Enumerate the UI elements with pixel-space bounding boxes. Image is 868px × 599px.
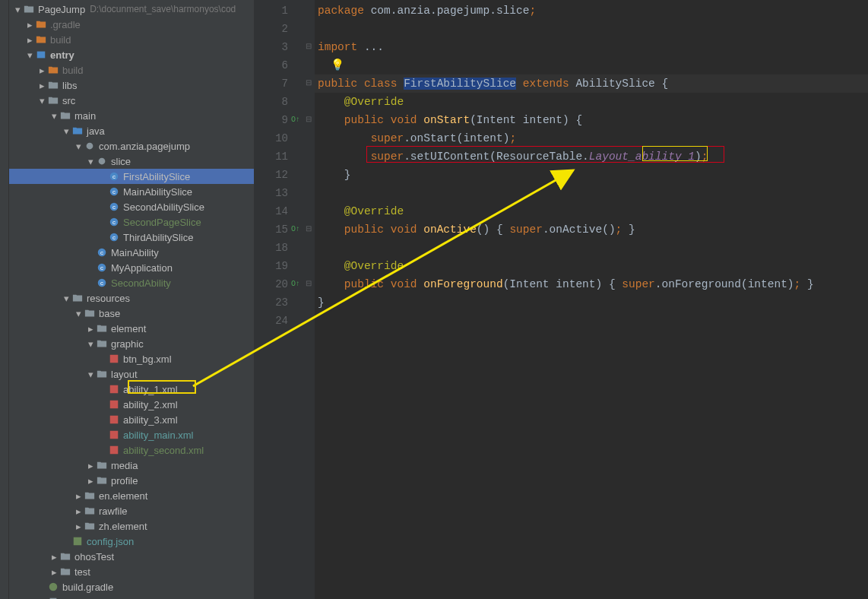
- tree-item-profile[interactable]: ▸profile: [9, 473, 254, 488]
- chevron-icon[interactable]: ▸: [73, 506, 84, 517]
- tree-item-layout[interactable]: ▾layout: [9, 366, 254, 382]
- chevron-icon[interactable]: ▾: [85, 369, 96, 380]
- chevron-icon[interactable]: ▸: [85, 460, 96, 471]
- tree-item-src[interactable]: ▾src: [9, 93, 254, 108]
- tree-label: resources: [87, 293, 130, 304]
- code-editor[interactable]: 1236789O↑101112131415O↑181920O↑2324 ⊟⊟⊟⊟…: [254, 0, 868, 599]
- override-gutter-icon[interactable]: O↑: [291, 111, 300, 129]
- tree-item-mainabilityslice[interactable]: cMainAbilitySlice: [9, 184, 254, 199]
- override-gutter-icon[interactable]: O↑: [291, 275, 300, 293]
- fold-marker[interactable]: [303, 182, 314, 201]
- code-body[interactable]: package com.anzia.pagejump.slice; import…: [315, 0, 868, 599]
- tree-item-thirdabilityslice[interactable]: cThirdAbilitySlice: [9, 230, 254, 245]
- tool-window-bar[interactable]: [0, 0, 9, 599]
- class-icon: c: [96, 246, 108, 258]
- tree-item-en-element[interactable]: ▸en.element: [9, 488, 254, 503]
- tree-item-entry[interactable]: ▾entry: [9, 47, 254, 62]
- fold-marker[interactable]: ⊟: [303, 109, 314, 128]
- chevron-icon[interactable]: ▸: [85, 475, 96, 486]
- tree-item-media[interactable]: ▸media: [9, 458, 254, 473]
- fold-marker[interactable]: [303, 91, 314, 109]
- fold-marker[interactable]: [303, 292, 314, 310]
- chevron-icon[interactable]: ▸: [49, 566, 59, 578]
- tree-item-build-gradle[interactable]: build.gradle: [9, 579, 254, 594]
- tree-item-proguard-rules-pro[interactable]: proguard-rules.pro: [9, 594, 254, 599]
- tree-item-slice[interactable]: ▾slice: [9, 154, 254, 169]
- chevron-icon[interactable]: ▸: [73, 521, 84, 532]
- fold-marker[interactable]: [303, 237, 314, 255]
- project-tree-panel[interactable]: ▾PageJumpD:\docunment_save\harmonyos\cod…: [9, 0, 254, 599]
- tree-item-com-anzia-pagejump[interactable]: ▾com.anzia.pagejump: [9, 138, 254, 154]
- tree-item--gradle[interactable]: ▸.gradle: [9, 17, 254, 32]
- chevron-icon[interactable]: ▸: [73, 490, 84, 502]
- tree-item-btn-bg-xml[interactable]: btn_bg.xml: [9, 351, 254, 366]
- intention-bulb-icon[interactable]: 💡: [331, 59, 344, 71]
- tree-item-ability-second-xml[interactable]: ability_second.xml: [9, 442, 254, 458]
- chevron-icon[interactable]: ▸: [49, 551, 59, 563]
- tree-item-ohostest[interactable]: ▸ohosTest: [9, 549, 254, 564]
- tree-item-libs[interactable]: ▸libs: [9, 78, 254, 93]
- tree-item-element[interactable]: ▸element: [9, 321, 254, 336]
- chevron-icon[interactable]: ▸: [24, 19, 35, 30]
- tree-item-config-json[interactable]: config.json: [9, 534, 254, 549]
- chevron-icon[interactable]: ▾: [49, 110, 59, 122]
- tree-item-ability-3-xml[interactable]: ability_3.xml: [9, 412, 254, 427]
- tree-item-base[interactable]: ▾base: [9, 306, 254, 321]
- chevron-icon[interactable]: ▸: [24, 34, 35, 46]
- chevron-icon[interactable]: ▾: [73, 308, 84, 319]
- fold-marker[interactable]: [303, 255, 314, 274]
- tree-label: build.gradle: [62, 582, 113, 593]
- fold-marker[interactable]: ⊟: [303, 219, 314, 237]
- fold-marker[interactable]: [303, 146, 314, 164]
- tree-item-zh-element[interactable]: ▸zh.element: [9, 518, 254, 534]
- tree-item-secondabilityslice[interactable]: cSecondAbilitySlice: [9, 199, 254, 214]
- chevron-icon[interactable]: ▾: [61, 125, 71, 137]
- fold-marker[interactable]: [303, 201, 314, 219]
- chevron-icon[interactable]: ▸: [36, 80, 47, 91]
- tree-item-firstabilityslice[interactable]: cFirstAbilitySlice: [9, 169, 254, 184]
- fold-marker[interactable]: [303, 310, 314, 328]
- chevron-icon[interactable]: ▾: [61, 293, 71, 304]
- fold-marker[interactable]: [303, 55, 314, 73]
- fold-marker[interactable]: ⊟: [303, 36, 314, 55]
- tree-label: ability_second.xml: [123, 445, 204, 456]
- tree-item-main[interactable]: ▾main: [9, 108, 254, 123]
- tree-item-graphic[interactable]: ▾graphic: [9, 336, 254, 351]
- fold-marker[interactable]: ⊟: [303, 274, 314, 292]
- tree-item-secondability[interactable]: cSecondAbility: [9, 275, 254, 290]
- tree-item-build[interactable]: ▸build: [9, 32, 254, 47]
- tree-item-test[interactable]: ▸test: [9, 564, 254, 579]
- folder-orange-icon: [47, 64, 59, 76]
- chevron-icon[interactable]: ▾: [85, 338, 96, 350]
- fold-marker[interactable]: [303, 128, 314, 146]
- class-icon: c: [108, 231, 120, 243]
- chevron-icon[interactable]: ▾: [36, 95, 47, 106]
- tree-item-secondpageslice[interactable]: cSecondPageSlice: [9, 214, 254, 230]
- tree-item-build[interactable]: ▸build: [9, 62, 254, 78]
- tree-item-rawfile[interactable]: ▸rawfile: [9, 503, 254, 518]
- chevron-icon[interactable]: ▸: [36, 65, 47, 76]
- chevron-icon[interactable]: ▾: [73, 141, 84, 152]
- tree-item-myapplication[interactable]: cMyApplication: [9, 260, 254, 275]
- tree-item-ability-2-xml[interactable]: ability_2.xml: [9, 397, 254, 412]
- override-gutter-icon[interactable]: O↑: [291, 220, 300, 239]
- chevron-icon[interactable]: ▾: [85, 156, 96, 167]
- chevron-icon[interactable]: ▸: [85, 323, 96, 334]
- fold-marker[interactable]: [303, 18, 314, 36]
- chevron-icon[interactable]: ▾: [12, 4, 23, 15]
- fold-column[interactable]: ⊟⊟⊟⊟⊟: [303, 0, 315, 599]
- fold-marker[interactable]: ⊟: [303, 73, 314, 91]
- fold-marker[interactable]: [303, 164, 314, 182]
- fold-marker[interactable]: [303, 0, 314, 18]
- tree-item-mainability[interactable]: cMainAbility: [9, 245, 254, 260]
- tree-item-java[interactable]: ▾java: [9, 123, 254, 138]
- tree-label: ability_main.xml: [123, 429, 193, 441]
- tree-item-resources[interactable]: ▾resources: [9, 290, 254, 306]
- tree-item-ability-1-xml[interactable]: ability_1.xml: [9, 382, 254, 397]
- tree-item-pagejump[interactable]: ▾PageJumpD:\docunment_save\harmonyos\cod: [9, 2, 254, 17]
- tree-item-ability-main-xml[interactable]: ability_main.xml: [9, 427, 254, 442]
- folder-icon: [96, 459, 108, 471]
- folder-blue-icon: [71, 125, 84, 137]
- chevron-icon[interactable]: ▾: [24, 49, 35, 61]
- tree-label: profile: [111, 475, 138, 486]
